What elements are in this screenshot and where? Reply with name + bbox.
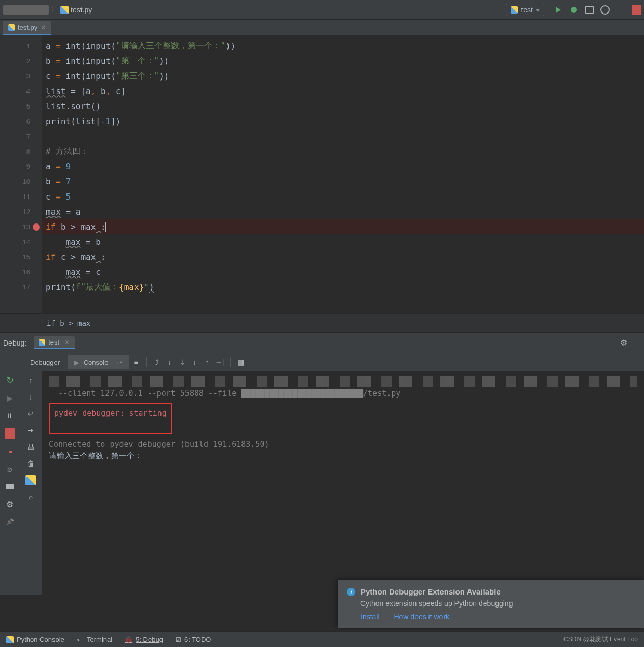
python-console-icon[interactable] xyxy=(25,475,36,485)
mute-breakpoints-button[interactable] xyxy=(5,464,15,474)
profile-button[interactable] xyxy=(600,5,610,15)
debug-tool-header: Debug: test ✕ ⚙ — xyxy=(0,332,644,353)
code-line[interactable]: c = 5 xyxy=(42,189,644,204)
line-number[interactable]: 14 xyxy=(0,234,42,249)
close-icon[interactable]: ✕ xyxy=(64,339,70,346)
line-number[interactable]: 5 xyxy=(0,99,42,114)
pause-button[interactable] xyxy=(5,411,15,421)
breakpoint-icon[interactable] xyxy=(33,223,40,231)
code-line[interactable]: if b > max : xyxy=(42,219,644,234)
line-number[interactable]: 8 xyxy=(0,144,42,159)
line-number[interactable]: 12 xyxy=(0,204,42,219)
editor-context: if b > max xyxy=(0,313,644,332)
settings-button[interactable] xyxy=(5,499,15,509)
code-line[interactable]: a = 9 xyxy=(42,159,644,174)
coverage-button[interactable] xyxy=(585,5,594,15)
console-line-connected: Connected to pydev debugger (build 191.6… xyxy=(49,440,637,449)
attach-button[interactable] xyxy=(616,5,625,15)
code-line[interactable] xyxy=(42,129,644,144)
code-line[interactable]: # 方法四： xyxy=(42,144,644,159)
view-breakpoints-button[interactable] xyxy=(5,446,15,456)
editor-code[interactable]: a = int(input("请输入三个整数，第一个："))b = int(in… xyxy=(42,35,644,313)
code-line[interactable]: b = 7 xyxy=(42,174,644,189)
how-link[interactable]: How does it work xyxy=(394,613,449,621)
pin-button[interactable] xyxy=(5,517,15,527)
line-number[interactable]: 1 xyxy=(0,38,42,54)
rerun-button[interactable] xyxy=(5,375,15,386)
line-number[interactable]: 9 xyxy=(0,159,42,174)
eval-expression-icon[interactable]: ▦ xyxy=(236,357,246,367)
line-number[interactable]: 3 xyxy=(0,69,42,84)
layout-button[interactable] xyxy=(5,481,15,492)
console-output[interactable]: --client 127.0.0.1 --port 55808 --file █… xyxy=(42,371,644,595)
line-number[interactable]: 17 xyxy=(0,280,42,295)
scroll-end-icon[interactable]: ⇥ xyxy=(25,425,36,435)
code-line[interactable]: if c > max : xyxy=(42,249,644,265)
editor-gutter[interactable]: 1234567891011121314151617 xyxy=(0,35,42,313)
line-number[interactable]: 11 xyxy=(0,189,42,204)
breadcrumb-file[interactable]: test.py xyxy=(71,6,92,14)
resume-button[interactable] xyxy=(5,393,15,403)
force-step-icon[interactable]: ↓ xyxy=(190,357,200,367)
debug-tab-test[interactable]: test ✕ xyxy=(34,336,75,349)
filter-icon[interactable]: ⌕ xyxy=(25,492,36,502)
line-number[interactable]: 7 xyxy=(0,129,42,144)
code-line[interactable]: a = int(input("请输入三个整数，第一个：")) xyxy=(42,38,644,54)
breadcrumb-project[interactable] xyxy=(3,5,49,15)
run-config-selector[interactable]: test ▾ xyxy=(506,4,544,16)
stop-button[interactable] xyxy=(632,5,641,15)
editor-tab-test[interactable]: test.py ✕ xyxy=(3,21,51,35)
separator xyxy=(230,357,231,367)
print-icon[interactable]: 🖶 xyxy=(25,442,36,452)
notification-body: Cython extension speeds up Python debugg… xyxy=(360,599,635,608)
python-console-tool[interactable]: Python Console xyxy=(6,636,64,643)
minimize-icon[interactable]: — xyxy=(632,339,639,347)
notification-title: Python Debugger Extension Available xyxy=(360,587,501,596)
debug-tool[interactable]: 5: Debug xyxy=(125,636,163,643)
pin-icon[interactable]: →• xyxy=(113,359,123,366)
threads-icon[interactable]: ≡ xyxy=(131,357,141,367)
code-line[interactable]: b = int(input("第二个：")) xyxy=(42,54,644,69)
code-line[interactable]: max = c xyxy=(42,265,644,280)
close-icon[interactable]: ✕ xyxy=(41,24,46,31)
line-number[interactable]: 10 xyxy=(0,174,42,189)
code-line[interactable]: max = a xyxy=(42,204,644,219)
code-line[interactable]: list = [a, b, c] xyxy=(42,84,644,99)
run-button[interactable] xyxy=(554,5,563,15)
run-config-label: test xyxy=(521,6,533,14)
code-line[interactable]: c = int(input("第三个：")) xyxy=(42,69,644,84)
code-line[interactable]: print(f"最大值：{max}") xyxy=(42,280,644,295)
toolbar-actions xyxy=(554,5,641,15)
debug-label: Debug: xyxy=(3,339,26,347)
step-into-icon[interactable]: ↓ xyxy=(165,357,175,367)
soft-wrap-icon[interactable]: ↩ xyxy=(25,408,36,419)
debugger-tab[interactable]: Debugger xyxy=(24,355,66,369)
install-link[interactable]: Install xyxy=(360,613,380,621)
editor[interactable]: 1234567891011121314151617 a = int(input(… xyxy=(0,35,644,313)
line-number[interactable]: 4 xyxy=(0,84,42,99)
stop-button[interactable] xyxy=(5,428,15,439)
line-number[interactable]: 13 xyxy=(0,219,42,234)
terminal-tool[interactable]: Terminal xyxy=(77,636,112,643)
clear-icon[interactable]: 🗑 xyxy=(25,458,36,469)
run-to-cursor-icon[interactable]: →| xyxy=(214,357,225,367)
code-line[interactable]: print(list[-1]) xyxy=(42,114,644,129)
code-line[interactable]: max = b xyxy=(42,234,644,249)
step-over-icon[interactable]: ⤴ xyxy=(152,357,163,367)
line-number[interactable]: 2 xyxy=(0,54,42,69)
console-tab[interactable]: ▶ Console →• xyxy=(68,355,129,369)
step-into-my-icon[interactable]: ⇣ xyxy=(177,357,187,367)
info-icon: i xyxy=(347,588,355,596)
debug-button[interactable] xyxy=(569,5,579,15)
up-icon[interactable]: ↑ xyxy=(25,375,36,386)
line-number[interactable]: 15 xyxy=(0,249,42,265)
line-number[interactable]: 6 xyxy=(0,114,42,129)
gear-icon[interactable]: ⚙ xyxy=(620,338,627,348)
step-out-icon[interactable]: ↑ xyxy=(202,357,212,367)
python-icon xyxy=(6,636,14,643)
todo-tool[interactable]: 6: TODO xyxy=(176,636,211,643)
line-number[interactable]: 16 xyxy=(0,265,42,280)
code-line[interactable]: list.sort() xyxy=(42,99,644,114)
down-icon[interactable]: ↓ xyxy=(25,392,36,402)
breadcrumb[interactable]: 〉 test.py xyxy=(3,5,506,15)
